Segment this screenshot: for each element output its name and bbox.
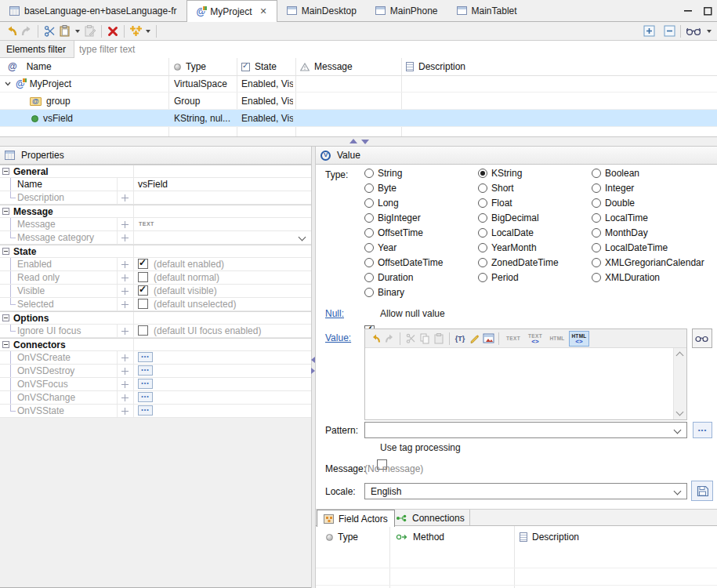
pattern-more-button[interactable]: •••: [693, 422, 712, 438]
value-text-area[interactable]: [365, 348, 686, 419]
splitter-left-icon[interactable]: [311, 357, 315, 363]
section-general[interactable]: General: [0, 165, 311, 178]
type-option-byte[interactable]: Byte: [364, 183, 478, 194]
redo-icon[interactable]: [382, 332, 397, 346]
chevron-down-icon[interactable]: [75, 30, 80, 33]
maximize-icon[interactable]: [704, 7, 712, 16]
table-row[interactable]: @MyProject VirtualSpace Enabled, Vis...: [0, 75, 717, 93]
type-option-offsetdatetime[interactable]: OffsetDateTime: [364, 257, 478, 268]
cut-icon[interactable]: [404, 332, 418, 346]
tab-maindesktop[interactable]: MainDesktop: [277, 0, 366, 21]
section-options[interactable]: Options: [0, 311, 311, 325]
undo-icon[interactable]: [368, 332, 382, 346]
mode-text-button[interactable]: TEXT: [503, 331, 523, 347]
save-locale-button[interactable]: [691, 481, 713, 501]
type-option-duration[interactable]: Duration: [364, 272, 478, 283]
add-icon[interactable]: [121, 368, 129, 375]
tab-myproject[interactable]: @ MyProject ✕: [186, 0, 277, 22]
property-selected[interactable]: Selected(default unselected): [0, 298, 311, 311]
read-only-checkbox[interactable]: [138, 272, 148, 282]
value-link[interactable]: Value:: [325, 332, 351, 343]
splitter-right-icon[interactable]: [311, 368, 315, 374]
property-visible[interactable]: Visible(default visible): [0, 285, 311, 298]
scroll-up-icon[interactable]: [676, 352, 684, 360]
undo-icon[interactable]: [3, 24, 19, 39]
property-read-only[interactable]: Read only(default normal): [0, 271, 311, 285]
pattern-combo[interactable]: [364, 422, 687, 438]
selected-checkbox[interactable]: [138, 299, 148, 309]
add-icon[interactable]: [121, 274, 129, 281]
visible-checkbox[interactable]: [138, 285, 148, 296]
tab-baselanguage[interactable]: baseLanguage-en+baseLanguage-fr: [0, 0, 186, 21]
type-option-localdate[interactable]: LocalDate: [478, 227, 592, 238]
add-icon[interactable]: [121, 381, 129, 388]
add-icon[interactable]: [121, 234, 129, 241]
collapse-icon[interactable]: [2, 208, 9, 215]
cut-icon[interactable]: [42, 24, 57, 39]
pencil-icon[interactable]: [467, 332, 481, 346]
property-message[interactable]: MessageTEXT: [0, 218, 311, 231]
chevron-down-icon[interactable]: [299, 234, 306, 241]
column-header-description[interactable]: Description: [406, 58, 563, 75]
tab-field-actors[interactable]: Field Actors: [317, 510, 395, 527]
type-option-kstring[interactable]: KString: [478, 168, 592, 179]
null-link[interactable]: Null:: [325, 308, 344, 319]
section-message[interactable]: Message: [0, 205, 311, 218]
column-header-name[interactable]: @Name: [8, 58, 165, 75]
scroll-down-icon[interactable]: [676, 408, 684, 416]
type-option-string[interactable]: String: [364, 168, 478, 179]
type-option-localtime[interactable]: LocalTime: [592, 212, 715, 223]
property-name[interactable]: NamevsField: [0, 178, 311, 191]
scrollbar[interactable]: [673, 348, 686, 419]
ignore-ui-focus-checkbox[interactable]: [138, 325, 148, 336]
mode-html-source-button[interactable]: HTML<>: [569, 331, 589, 347]
image-icon[interactable]: [481, 332, 495, 346]
paste-icon[interactable]: [432, 332, 446, 346]
add-icon[interactable]: [121, 221, 129, 228]
mode-html-button[interactable]: HTML: [547, 331, 567, 347]
horizontal-splitter[interactable]: [0, 136, 717, 147]
more-button[interactable]: [138, 365, 153, 376]
property-enabled[interactable]: Enabled(default enabled): [0, 258, 311, 271]
connector-onvsfocus[interactable]: OnVSFocus: [0, 378, 311, 391]
type-option-boolean[interactable]: Boolean: [592, 168, 715, 179]
type-option-yearmonth[interactable]: YearMonth: [478, 242, 592, 253]
type-option-xmlgregoriancalendar[interactable]: XMLGregorianCalendar: [592, 257, 715, 268]
type-option-offsettime[interactable]: OffsetTime: [364, 227, 478, 238]
connector-onvsdestroy[interactable]: OnVSDestroy: [0, 365, 311, 378]
section-connectors[interactable]: Connectors: [0, 338, 311, 351]
filter-input[interactable]: [74, 41, 717, 58]
type-option-biginteger[interactable]: BigInteger: [364, 212, 478, 223]
collapse-icon[interactable]: [2, 168, 9, 175]
expand-all-icon[interactable]: [641, 24, 657, 39]
edit-icon[interactable]: [82, 24, 98, 39]
type-option-float[interactable]: Float: [478, 198, 592, 209]
add-icon[interactable]: [121, 261, 129, 268]
type-option-year[interactable]: Year: [364, 242, 478, 253]
preview-glasses-button[interactable]: [692, 328, 712, 348]
connector-onvsstate[interactable]: OnVSState: [0, 405, 311, 418]
column-header-method[interactable]: Method: [396, 528, 505, 546]
connector-onvscreate[interactable]: OnVSCreate: [0, 351, 311, 365]
collapse-icon[interactable]: [2, 341, 9, 348]
copy-icon[interactable]: [418, 332, 432, 346]
add-icon[interactable]: [121, 394, 129, 401]
locale-combo[interactable]: English: [364, 483, 687, 499]
tab-maintablet[interactable]: MainTablet: [447, 0, 527, 21]
splitter-down-icon[interactable]: [361, 140, 369, 144]
add-icon[interactable]: [121, 328, 129, 335]
more-button[interactable]: [138, 405, 153, 416]
enabled-checkbox[interactable]: [138, 259, 148, 269]
column-header-type[interactable]: Type: [174, 58, 234, 75]
connector-onvschange[interactable]: OnVSChange: [0, 391, 311, 405]
type-option-period[interactable]: Period: [478, 272, 592, 283]
add-elements-icon[interactable]: [128, 24, 143, 39]
add-icon[interactable]: [121, 354, 129, 361]
add-icon[interactable]: [121, 288, 129, 295]
collapse-icon[interactable]: [2, 314, 9, 321]
more-button[interactable]: [138, 392, 153, 402]
property-ignore-ui-focus[interactable]: Ignore UI focus(default UI focus enabled…: [0, 325, 311, 338]
table-row-selected[interactable]: vsField KString, nul... Enabled, Vis...: [0, 110, 717, 127]
add-icon[interactable]: [121, 301, 129, 308]
glasses-icon[interactable]: [684, 24, 704, 39]
